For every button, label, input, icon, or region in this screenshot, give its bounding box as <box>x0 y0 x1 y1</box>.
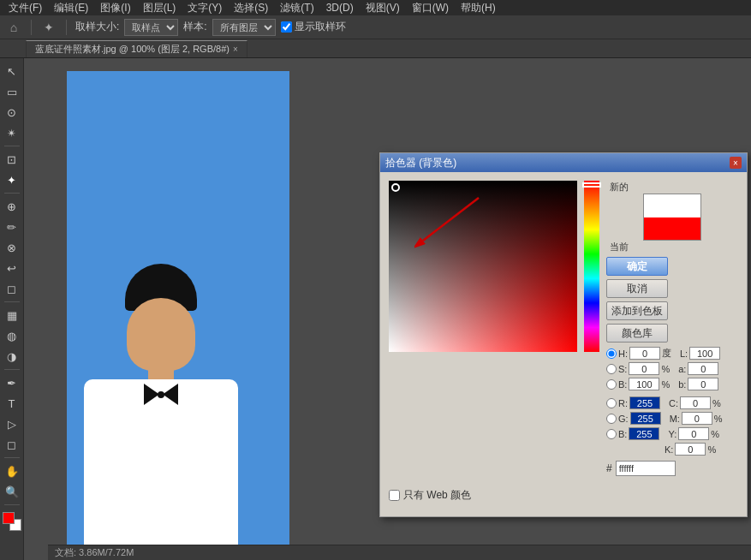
eraser-tool[interactable]: ◻ <box>3 279 21 298</box>
dodge-tool[interactable]: ◑ <box>3 347 21 366</box>
gradient-canvas <box>389 181 577 352</box>
menu-window[interactable]: 窗口(W) <box>407 0 454 15</box>
g-input[interactable] <box>630 412 661 425</box>
path-tool[interactable]: ▷ <box>3 414 21 433</box>
toolbar-sep-2 <box>66 20 67 35</box>
shape-tool[interactable]: ◻ <box>3 435 21 454</box>
hue-slider-container[interactable] <box>584 181 599 352</box>
marquee-tool[interactable]: ▭ <box>3 82 21 101</box>
history-brush[interactable]: ↩ <box>3 259 21 277</box>
eyedropper-tool[interactable]: ✦ <box>3 170 21 189</box>
color-swatches-container <box>3 512 21 531</box>
tool-sep-2 <box>4 193 20 194</box>
b-input[interactable] <box>629 378 659 390</box>
h-radio[interactable] <box>606 349 617 359</box>
show-ring-label[interactable]: 显示取样环 <box>281 20 346 34</box>
m-input[interactable] <box>682 412 712 425</box>
hand-tool[interactable]: ✋ <box>3 462 21 480</box>
menu-image[interactable]: 图像(I) <box>95 0 135 15</box>
sample-size-label: 取样大小: <box>75 20 119 34</box>
k-input-row: K: % <box>622 442 738 456</box>
b2-label: b: <box>678 379 686 390</box>
crop-tool[interactable]: ⊡ <box>3 150 21 169</box>
hex-input[interactable] <box>616 461 676 476</box>
tool-sep-6 <box>4 504 20 505</box>
web-only-row: 只有 Web 颜色 <box>389 488 738 503</box>
toolbar: ⌂ ✦ 取样大小: 取样点 样本: 所有图层 显示取样环 <box>0 15 751 39</box>
sample-select[interactable]: 所有图层 <box>212 19 276 36</box>
menu-file[interactable]: 文件(F) <box>3 0 47 15</box>
tab-close-btn[interactable]: × <box>233 45 238 54</box>
home-icon[interactable]: ⌂ <box>5 19 22 36</box>
menu-view[interactable]: 视图(V) <box>361 0 405 15</box>
add-to-swatch-button[interactable]: 添加到色板 <box>606 301 668 320</box>
foreground-color-swatch[interactable] <box>3 512 15 524</box>
b-rgb-input[interactable] <box>629 427 659 440</box>
web-only-checkbox[interactable] <box>389 490 400 501</box>
s-input[interactable] <box>629 362 659 375</box>
b-unit: % <box>661 379 670 390</box>
menu-select[interactable]: 选择(S) <box>229 0 273 15</box>
person-bow-tie <box>144 384 178 405</box>
s-label: S: <box>618 364 627 374</box>
a-label: a: <box>678 364 686 374</box>
k-input[interactable] <box>675 443 706 456</box>
a-input[interactable] <box>688 362 718 375</box>
b-radio[interactable] <box>606 379 617 390</box>
confirm-button[interactable]: 确定 <box>606 257 668 276</box>
menu-3d[interactable]: 3D(D) <box>321 0 359 15</box>
zoom-tool[interactable]: 🔍 <box>3 482 21 501</box>
c-input[interactable] <box>680 396 711 409</box>
sample-size-select[interactable]: 取样点 <box>124 19 178 36</box>
show-ring-checkbox[interactable] <box>281 21 292 33</box>
b2-input[interactable] <box>688 378 718 390</box>
menu-help[interactable]: 帮助(H) <box>456 0 501 15</box>
h-input[interactable] <box>629 347 660 360</box>
color-inputs: H: 度 L: S: % a: <box>606 346 738 476</box>
clone-tool[interactable]: ⊗ <box>3 238 21 257</box>
text-tool[interactable]: T <box>3 394 21 413</box>
preview-current-color <box>644 217 700 241</box>
dialog-titlebar: 拾色器 (背景色) × <box>380 153 747 172</box>
b-rgb-radio[interactable] <box>606 429 617 439</box>
status-text: 文档: 3.86M/7.72M <box>55 546 134 559</box>
menu-layer[interactable]: 图层(L) <box>138 0 182 15</box>
hex-input-row: # <box>606 461 738 476</box>
b-input-row: B: % b: <box>606 377 738 391</box>
g-label: G: <box>618 414 629 424</box>
gradient-picker[interactable] <box>389 181 577 352</box>
b-rgb-input-row: B: Y: % <box>606 426 738 441</box>
color-library-button[interactable]: 颜色库 <box>606 324 668 343</box>
g-radio[interactable] <box>606 414 617 424</box>
person-head <box>127 298 195 371</box>
move-tool[interactable]: ↖ <box>3 62 21 80</box>
h-unit: 度 <box>662 347 671 360</box>
tab-filename: 蓝底证件照素材.jpg @ 100% (图层 2, RGB/8#) <box>35 43 229 56</box>
r-input[interactable] <box>629 396 660 409</box>
gradient-tool[interactable]: ▦ <box>3 306 21 325</box>
s-radio[interactable] <box>606 364 617 374</box>
l-input[interactable] <box>689 347 720 360</box>
toolbar-sep-1 <box>31 20 32 35</box>
magic-wand-tool[interactable]: ✴ <box>3 123 21 142</box>
brush-tool[interactable]: ✏ <box>3 217 21 236</box>
menu-text[interactable]: 文字(Y) <box>182 0 227 15</box>
r-radio[interactable] <box>606 398 617 408</box>
new-label: 新的 <box>610 181 629 194</box>
menu-filter[interactable]: 滤镜(T) <box>275 0 319 15</box>
cancel-button[interactable]: 取消 <box>606 279 668 298</box>
eyedropper-icon[interactable]: ✦ <box>40 19 57 36</box>
lasso-tool[interactable]: ⊙ <box>3 103 21 122</box>
y-input[interactable] <box>678 427 709 440</box>
healing-tool[interactable]: ⊕ <box>3 197 21 216</box>
menu-edit[interactable]: 编辑(E) <box>49 0 93 15</box>
dialog-right-section: 新的 当前 确定 取消 添加到色板 颜色库 <box>606 181 738 476</box>
input-spacer <box>606 392 738 395</box>
blur-tool[interactable]: ◍ <box>3 326 21 345</box>
pen-tool[interactable]: ✒ <box>3 373 21 392</box>
dialog-close-button[interactable]: × <box>730 157 742 169</box>
document-tab[interactable]: 蓝底证件照素材.jpg @ 100% (图层 2, RGB/8#) × <box>26 40 247 57</box>
b-rgb-label: B: <box>618 429 627 439</box>
status-bar: 文档: 3.86M/7.72M <box>48 545 751 560</box>
r-input-row: R: C: % <box>606 396 738 410</box>
